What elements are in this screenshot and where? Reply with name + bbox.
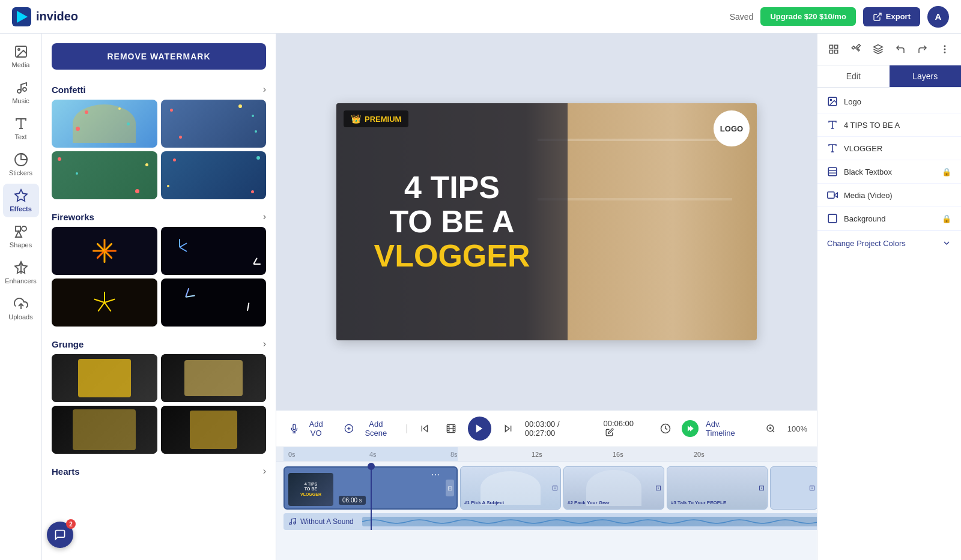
sidebar-item-music[interactable]: Music [3, 76, 39, 109]
premium-badge: 👑 PREMIUM [344, 110, 408, 127]
clip-3[interactable]: #2 Pack Your Gear ⊡ [563, 466, 664, 510]
grunge-thumb-2[interactable] [161, 354, 267, 402]
zoom-button[interactable] [761, 419, 780, 438]
tab-layers[interactable]: Layers [890, 65, 962, 87]
add-vo-button[interactable]: Add VO [286, 417, 333, 440]
fireworks-section-header[interactable]: Fireworks › [42, 206, 276, 227]
video-text-overlay: 4 TIPS TO BE A VLOGGER [336, 103, 568, 340]
clip-4-icon: ⊡ [759, 484, 765, 492]
filmstrip-button[interactable] [441, 419, 461, 438]
sidebar-item-media[interactable]: Media [3, 40, 39, 73]
skip-forward-button[interactable] [499, 419, 518, 438]
video-title-line1: 4 TIPS [404, 170, 500, 205]
skip-back-icon [420, 424, 429, 433]
hearts-title: Hearts [52, 466, 80, 477]
layer-background-name: Background [844, 214, 936, 223]
fireworks-thumb-4[interactable] [161, 278, 267, 327]
grunge-section-header[interactable]: Grunge › [42, 334, 276, 354]
more-button[interactable] [934, 38, 956, 60]
sidebar-item-effects[interactable]: Effects [3, 184, 39, 217]
layer-video-icon [827, 190, 838, 200]
invideo-logo-icon [12, 7, 31, 26]
hearts-section-header[interactable]: Hearts › [42, 461, 276, 481]
shapes-icon [14, 224, 28, 239]
skip-back-button[interactable] [415, 419, 434, 438]
layer-item-media-video[interactable]: Media (Video) [817, 184, 961, 207]
layer-black-textbox-name: Black Textbox [844, 167, 936, 176]
playhead[interactable] [371, 466, 372, 530]
zoom-level: 100% [787, 424, 807, 433]
fireworks-thumb-3[interactable] [52, 278, 157, 327]
sidebar-item-enhancers[interactable]: Enhancers [3, 256, 39, 289]
grunge-thumb-4[interactable] [161, 406, 267, 454]
svg-marker-32 [505, 426, 509, 432]
paint-icon [850, 44, 861, 55]
upgrade-button[interactable]: Upgrade $20 $10/mo [760, 7, 855, 26]
layer-4tips-name: 4 TIPS TO BE A [844, 121, 951, 130]
layer-item-black-textbox[interactable]: Black Textbox 🔒 [817, 160, 961, 184]
sidebar-item-shapes[interactable]: Shapes [3, 220, 39, 253]
layer-item-4tips[interactable]: 4 TIPS TO BE A [817, 113, 961, 137]
clip-3-icon: ⊡ [655, 484, 661, 492]
logo-label: LOGO [720, 124, 743, 133]
saved-status: Saved [730, 12, 754, 22]
svg-marker-10 [15, 190, 27, 201]
layer-text-icon-1 [827, 119, 838, 130]
add-scene-button[interactable]: Add Scene [341, 417, 399, 440]
svg-point-48 [945, 46, 946, 47]
svg-rect-45 [834, 50, 837, 53]
play-button[interactable] [468, 417, 492, 441]
timer-button[interactable] [656, 419, 675, 438]
clip-5[interactable]: ⊡ [770, 466, 817, 510]
main-area: Media Music Text Stickers Effects Shapes… [0, 34, 961, 560]
fireworks-arrow-icon: › [263, 211, 266, 222]
remove-watermark-button[interactable]: REMOVE WATERMARK [52, 43, 266, 70]
confetti-section-header[interactable]: Confetti › [42, 79, 276, 100]
layer-item-vlogger[interactable]: VLOGGER [817, 137, 961, 160]
grunge-arrow-icon: › [263, 339, 266, 349]
grunge-thumb-1[interactable] [52, 354, 157, 402]
layer-item-background[interactable]: Background 🔒 [817, 207, 961, 230]
change-colors-button[interactable]: Change Project Colors [817, 230, 961, 255]
music-icon [14, 80, 28, 95]
grid-icon [828, 44, 839, 55]
more-icon [939, 44, 950, 55]
layer-item-logo[interactable]: Logo [817, 90, 961, 113]
skip-forward-icon [503, 424, 513, 433]
grunge-thumb-3[interactable] [52, 406, 157, 454]
undo-icon [895, 44, 906, 55]
grid-view-button[interactable] [823, 38, 844, 60]
right-panel-tabs: Edit Layers [817, 65, 961, 88]
svg-rect-61 [828, 192, 834, 199]
logo-badge: LOGO [714, 110, 750, 146]
confetti-thumb-3[interactable] [52, 151, 157, 199]
redo-button[interactable] [912, 38, 933, 60]
clip-resize-handle[interactable]: ⊡ [446, 480, 454, 496]
sidebar-item-uploads[interactable]: Uploads [3, 292, 39, 325]
layers-icon-btn[interactable] [867, 38, 889, 60]
clip-2[interactable]: #1 Pick A Subject ⊡ [460, 466, 561, 510]
clip-3-label: #2 Pack Your Gear [568, 500, 610, 505]
confetti-thumb-4[interactable] [161, 151, 267, 199]
timeline-area: Add VO Add Scene | [276, 410, 817, 560]
preview-area: 4 TIPS TO BE A VLOGGER 👑 PREMIUM LOGO [276, 34, 817, 410]
paint-button[interactable] [845, 38, 867, 60]
chat-button[interactable]: 2 [47, 522, 73, 548]
clip-4[interactable]: #3 Talk To Your PEOPLE ⊡ [667, 466, 768, 510]
tab-edit[interactable]: Edit [817, 65, 890, 87]
undo-button[interactable] [890, 38, 911, 60]
playhead-handle[interactable] [368, 463, 375, 470]
confetti-thumb-2[interactable] [161, 100, 267, 148]
clip-options-button[interactable]: ⋯ [431, 470, 440, 480]
fireworks-thumb-1[interactable] [52, 227, 157, 275]
adv-timeline-button[interactable]: Adv. Timeline [706, 420, 751, 438]
export-button[interactable]: Export [863, 7, 920, 26]
fireworks-thumb-2[interactable] [161, 227, 267, 275]
confetti-thumb-1[interactable] [52, 100, 157, 148]
sidebar-label-enhancers: Enhancers [5, 277, 37, 285]
user-avatar[interactable]: A [927, 6, 949, 28]
timeline-tracks: 4 TIPSTO BEVLOGGER ⋯ 06:00 s ⊡ [276, 462, 817, 560]
sidebar-item-text[interactable]: Text [3, 112, 39, 145]
sidebar-item-stickers[interactable]: Stickers [3, 148, 39, 181]
forward-button[interactable] [682, 420, 699, 437]
